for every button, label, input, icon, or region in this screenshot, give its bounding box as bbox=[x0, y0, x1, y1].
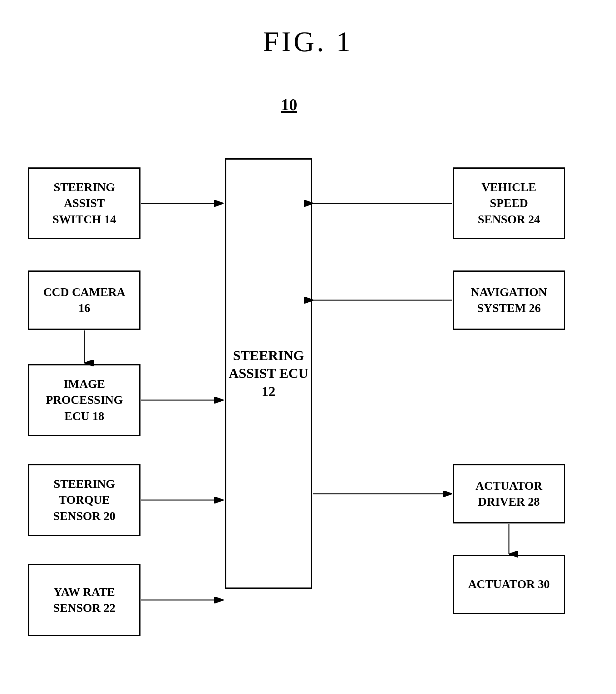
ccd-camera-box: CCD CAMERA16 bbox=[28, 271, 141, 330]
system-label: 10 bbox=[281, 95, 297, 114]
yaw-rate-sensor-box: YAW RATESENSOR 22 bbox=[28, 564, 141, 636]
steering-assist-switch-box: STEERINGASSISTSWITCH 14 bbox=[28, 167, 141, 239]
central-ecu-block: STEERINGASSIST ECU 12 bbox=[225, 158, 312, 589]
navigation-system-box: NAVIGATIONSYSTEM 26 bbox=[453, 271, 565, 330]
diagram-container: 10 STEERINGASSIST ECU 12 STEERINGASSISTS… bbox=[0, 77, 616, 686]
central-ecu-label: STEERINGASSIST ECU 12 bbox=[226, 347, 311, 400]
vehicle-speed-sensor-box: VEHICLESPEEDSENSOR 24 bbox=[453, 167, 565, 239]
image-processing-ecu-box: IMAGEPROCESSINGECU 18 bbox=[28, 364, 141, 436]
steering-torque-sensor-box: STEERINGTORQUESENSOR 20 bbox=[28, 464, 141, 536]
actuator-box: ACTUATOR 30 bbox=[453, 555, 565, 614]
figure-title: FIG. 1 bbox=[0, 0, 616, 58]
actuator-driver-box: ACTUATORDRIVER 28 bbox=[453, 464, 565, 524]
